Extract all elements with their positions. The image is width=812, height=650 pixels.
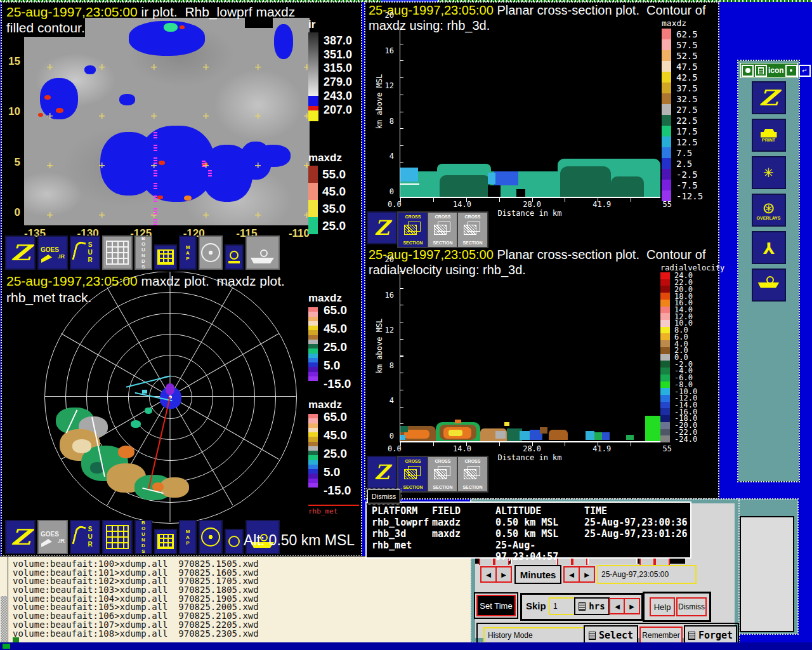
radar-title-main: maxdz plot. maxdz plot. [138, 274, 285, 288]
table-row: rhb_lowprf maxdz 0.50 km MSL 25-Aug-97,2… [367, 517, 690, 528]
cross-section-window: 25-aug-1997,23:05:00 Planar cross-sectio… [365, 2, 719, 499]
terminal-line: volume:beaufait:100>xdump.all 970825.150… [13, 559, 259, 567]
surveillance-button[interactable]: SUR [70, 520, 100, 554]
surveillance-button[interactable]: SUR [70, 235, 100, 270]
grid-button[interactable] [154, 244, 177, 270]
radar-colorbar2-ticks: 65.045.025.05.0-15.0 [324, 410, 351, 502]
cross-section-button-3[interactable]: CROSSSECTION [457, 456, 488, 493]
buoy-button[interactable] [225, 244, 244, 270]
cross-section-button-1[interactable]: CROSSSECTION [397, 211, 429, 248]
radar-toolbar: Z GOES .IR SUR BOUNDS MAP [5, 520, 280, 554]
xsec2-y-ticks: 201612840 [376, 255, 394, 441]
bounds-button[interactable]: BOUNDS [134, 520, 152, 554]
overlays-icon[interactable]: OVERLAYS [752, 194, 786, 227]
terminal-line: volume:beaufait:107>xdump.all 970825.220… [13, 620, 259, 628]
units-dropdown[interactable]: hrs [574, 597, 610, 615]
history-mode-input[interactable]: History Mode [483, 627, 586, 644]
status-table-header: PLATFORM FIELD ALTITUDE TIME [367, 503, 690, 517]
background-window [734, 499, 798, 634]
satellite-ir-image[interactable] [24, 18, 310, 225]
xsec2-title: 25-aug-1997,23:05:00 Planar cross-sectio… [369, 248, 705, 262]
xsec-radialvelocity-panel: 25-aug-1997,23:05:00 Planar cross-sectio… [365, 246, 719, 489]
minutes-forward-button-2[interactable] [579, 566, 595, 583]
skip-forward-button[interactable] [624, 598, 640, 614]
terminal-line: volume:beaufait:108>xdump.all 970825.230… [13, 628, 259, 637]
cross-section-button-1[interactable]: CROSSSECTION [397, 456, 429, 493]
radar-display[interactable] [1, 272, 310, 556]
altitude-label: Alt: 0.50 km MSL [244, 532, 355, 549]
goes-ir-button[interactable]: GOES .IR [37, 235, 68, 270]
zoom-button[interactable] [785, 65, 797, 77]
grid-antenna-button[interactable] [102, 520, 133, 554]
minutes-button[interactable]: Minutes [514, 565, 561, 584]
iconify-button[interactable] [755, 65, 767, 77]
xsec2-plot[interactable] [400, 271, 660, 442]
overlays-button[interactable] [199, 235, 223, 270]
print-icon[interactable]: PRINT [752, 119, 786, 152]
ship-button[interactable] [246, 235, 280, 270]
icon-toolbar-window: icon ↵ Z PRINT OVERLAYS [738, 60, 799, 482]
xsec1-title: 25-aug-1997,23:05:00 Planar cross-sectio… [369, 3, 705, 18]
zebra-button[interactable]: Z [5, 520, 36, 554]
ir-title-main: ir plot. Rhb_lowprf maxdz [138, 4, 296, 19]
ship-icon[interactable] [752, 269, 786, 302]
map-button[interactable]: MAP [179, 520, 197, 554]
minutes-back-button-2[interactable] [563, 566, 580, 583]
ir-colorbar [308, 32, 318, 121]
zebra-button[interactable]: Z [367, 211, 397, 244]
table-row: rhb_met 25-Aug-97,23:04:57 [367, 540, 690, 551]
circle-button[interactable] [225, 529, 244, 554]
overlays-button[interactable] [199, 520, 223, 554]
terminal-line: volume:beaufait:101>xdump.all 970825.160… [13, 567, 259, 576]
time-input[interactable]: 25-Aug-97,23:05:00 [597, 565, 697, 584]
zebra-button[interactable]: Z [5, 235, 36, 270]
map-button[interactable]: MAP [179, 235, 197, 270]
xsec1-colorbar: 62.557.552.547.542.537.532.527.522.517.5… [662, 29, 703, 201]
ir-toolbar: Z GOES .IR SUR BOUNDS MAP [5, 235, 280, 270]
platform-status-table: PLATFORM FIELD ALTITUDE TIME rhb_lowprf … [365, 501, 691, 559]
terminal-line: volume:beaufait:103>xdump.all 970825.180… [13, 585, 259, 594]
cross-section-button-2[interactable]: CROSSSECTION [427, 211, 459, 248]
menu-button[interactable] [742, 65, 754, 77]
minutes-back-button[interactable] [480, 566, 497, 583]
radar-title-sub: rhb_met track. [6, 290, 91, 305]
xsec1-y-ticks: 201612840 [376, 11, 394, 196]
terminal-line: volume:beaufait:104>xdump.all 970825.190… [13, 594, 259, 602]
track-legend-line [308, 505, 359, 506]
xsec2-colorbar: 24.022.020.018.016.014.012.010.08.06.04.… [660, 272, 697, 442]
help-group: Help Dismiss [643, 592, 711, 622]
ir-maxdz-colorbar-label: maxdz [308, 152, 342, 164]
cross-section-button-2[interactable]: CROSSSECTION [427, 456, 459, 493]
icon-window-titlebar: icon ↵ [740, 63, 798, 78]
status-dismiss-button[interactable]: Dismiss [367, 489, 400, 503]
xsec1-plot[interactable] [400, 27, 660, 198]
lower-button[interactable]: ↵ [799, 65, 811, 77]
grid-antenna-button[interactable] [102, 235, 133, 270]
xsec2-x-ticks: 0.014.028.041.955 [388, 444, 672, 453]
beam-icon[interactable] [752, 156, 786, 189]
left-graphics-window: 25-aug-1997,23:05:00 ir plot. Rhb_lowprf… [1, 2, 362, 556]
terminal-window[interactable]: volume:beaufait:100>xdump.all 970825.150… [0, 556, 471, 643]
dismiss-button[interactable]: Dismiss [676, 597, 707, 616]
minutes-forward-button[interactable] [495, 566, 512, 583]
bounds-button[interactable]: BOUNDS [134, 235, 152, 270]
xsec2-title-main: Planar cross-section plot. Contour of [494, 248, 706, 262]
grid-button[interactable] [154, 529, 177, 554]
terminal-line: volume:beaufait:105>xdump.all 970825.200… [13, 602, 259, 611]
terminal-scrollbar[interactable] [1, 596, 7, 643]
zebra-button[interactable]: Z [367, 456, 397, 489]
cross-section-button-3[interactable]: CROSSSECTION [457, 211, 488, 248]
zebra-icon[interactable]: Z [752, 81, 786, 114]
help-button[interactable]: Help [650, 597, 675, 616]
goes-ir-button[interactable]: GOES .IR [37, 520, 68, 554]
radar-colorbar2 [308, 414, 318, 488]
skip-group: Skip 1 hrs [520, 593, 643, 621]
antenna-icon[interactable] [752, 231, 786, 264]
radar-colorbar1 [308, 307, 318, 381]
ir-colorbar-ticks: 387.0351.0315.0279.0243.0207.0 [324, 34, 352, 117]
radar-title-time: 25-aug-1997,23:05:00 [6, 274, 138, 288]
ir-colorbar-label: ir [308, 18, 315, 31]
set-time-button[interactable]: Set Time [476, 595, 516, 616]
skip-input[interactable]: 1 [549, 597, 576, 615]
remember-button[interactable]: Remember [639, 627, 683, 644]
